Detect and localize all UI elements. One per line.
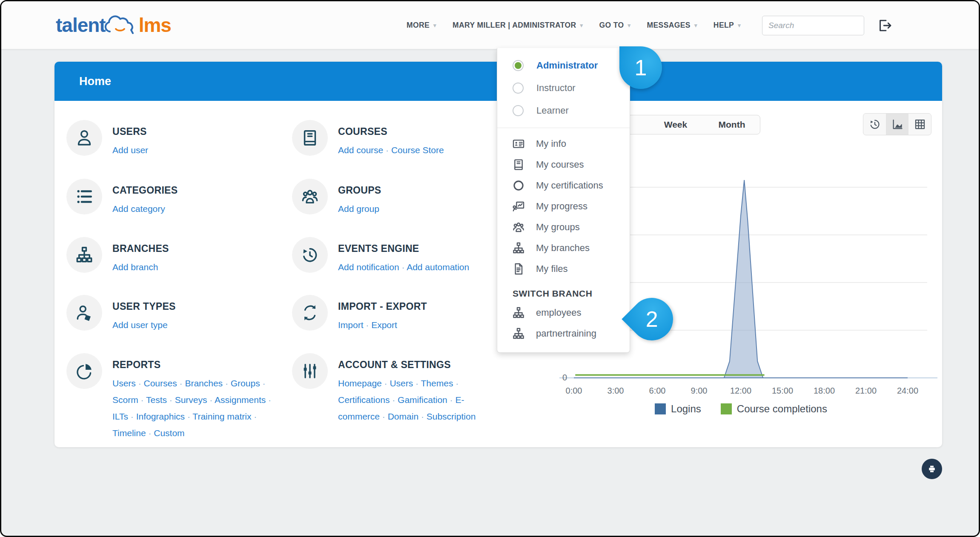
link-separator: · <box>260 378 266 388</box>
tile-link-scorm[interactable]: Scorm <box>112 395 138 405</box>
link-separator: · <box>138 395 146 405</box>
tile-link-import[interactable]: Import <box>338 320 364 330</box>
tile-link-add-course[interactable]: Add course <box>338 145 383 155</box>
talentlms-logo[interactable]: talent lms <box>56 11 171 39</box>
history-icon <box>868 118 881 131</box>
branches-icon <box>512 241 525 255</box>
courses-icon <box>300 128 320 148</box>
tile-links: Homepage · Users · Themes · Certificatio… <box>338 375 493 425</box>
tile-link-add-group[interactable]: Add group <box>338 204 379 214</box>
tile-link-add-branch[interactable]: Add branch <box>112 262 158 272</box>
categories-icon[interactable] <box>66 179 102 214</box>
tile-import-export: IMPORT - EXPORTImport · Export <box>292 295 493 333</box>
table-icon[interactable] <box>908 114 931 135</box>
branches-icon[interactable] <box>66 237 102 273</box>
chevron-down-icon: ▾ <box>694 22 697 29</box>
range-tab-month[interactable]: Month <box>704 115 760 134</box>
users-icon[interactable] <box>66 120 102 156</box>
menu-item-my-info[interactable]: My info <box>497 133 630 154</box>
tile-link-gamification[interactable]: Gamification <box>398 395 447 405</box>
nav-item-label: HELP <box>714 21 734 30</box>
cloud-logo-icon <box>103 11 140 37</box>
tile-link-groups[interactable]: Groups <box>231 378 260 388</box>
nav-item-go-to[interactable]: GO TO▾ <box>599 21 631 30</box>
tile-link-surveys[interactable]: Surveys <box>175 395 207 405</box>
tile-link-add-user-type[interactable]: Add user type <box>112 320 168 330</box>
tile-link-courses[interactable]: Courses <box>144 378 177 388</box>
tile-link-custom[interactable]: Custom <box>154 428 184 438</box>
tile-link-users[interactable]: Users <box>112 378 136 388</box>
tile-link-tests[interactable]: Tests <box>146 395 167 405</box>
tile-link-timeline[interactable]: Timeline <box>112 428 146 438</box>
tile-link-add-notification[interactable]: Add notification <box>338 262 399 272</box>
link-separator: · <box>447 395 456 405</box>
tile-link-add-user[interactable]: Add user <box>112 145 148 155</box>
groups-icon[interactable] <box>292 179 328 214</box>
logout-icon[interactable] <box>876 17 892 34</box>
tile-link-users[interactable]: Users <box>390 378 413 388</box>
menu-item-partnertraining[interactable]: partnertraining <box>497 323 630 344</box>
link-separator: · <box>364 320 372 330</box>
tile-events-engine: EVENTS ENGINEAdd notification · Add auto… <box>292 237 493 275</box>
nav-item-mary-miller-administrator[interactable]: MARY MILLER | ADMINISTRATOR▾ <box>453 21 583 30</box>
menu-item-my-progress[interactable]: My progress <box>497 196 630 217</box>
tile-link-export[interactable]: Export <box>371 320 397 330</box>
tile-link-homepage[interactable]: Homepage <box>338 378 382 388</box>
menu-item-my-files[interactable]: My files <box>497 258 630 279</box>
nav-item-messages[interactable]: MESSAGES▾ <box>647 21 697 30</box>
print-icon[interactable] <box>922 459 942 479</box>
search-input[interactable] <box>762 16 864 35</box>
role-label: Instructor <box>536 83 576 94</box>
radio-selected-icon[interactable] <box>513 60 524 71</box>
settings-icon[interactable] <box>292 353 328 389</box>
tile-link-training-matrix[interactable]: Training matrix <box>192 411 251 421</box>
tile-links: Users · Courses · Branches · Groups · Sc… <box>112 375 272 441</box>
link-separator: · <box>146 428 154 438</box>
tile-link-add-automation[interactable]: Add automation <box>407 262 469 272</box>
tile-link-subscription[interactable]: Subscription <box>427 411 476 421</box>
menu-item-my-branches[interactable]: My branches <box>497 237 630 258</box>
tile-reports: REPORTSUsers · Courses · Branches · Grou… <box>66 353 272 441</box>
events-icon[interactable] <box>292 237 328 273</box>
tile-link-themes[interactable]: Themes <box>421 378 453 388</box>
nav-item-more[interactable]: MORE▾ <box>407 21 436 30</box>
tile-link-add-category[interactable]: Add category <box>112 204 165 214</box>
x-tick-label: 24:00 <box>897 386 918 395</box>
history-icon[interactable] <box>863 114 886 135</box>
branch-list: employeespartnertraining <box>497 301 630 344</box>
nav-item-help[interactable]: HELP▾ <box>714 21 741 30</box>
user-types-icon[interactable] <box>66 295 102 331</box>
tile-title: ACCOUNT & SETTINGS <box>338 359 493 371</box>
switch-branch-label: SWITCH BRANCH <box>497 288 630 301</box>
tile-link-ilts[interactable]: ILTs <box>112 411 128 421</box>
courses-icon[interactable] <box>292 120 328 156</box>
link-separator: · <box>223 378 231 388</box>
reports-icon[interactable] <box>66 353 102 389</box>
menu-item-my-courses[interactable]: My courses <box>497 154 630 175</box>
radio-icon[interactable] <box>513 83 524 94</box>
menu-item-employees[interactable]: employees <box>497 302 630 323</box>
tile-link-certifications[interactable]: Certifications <box>338 395 390 405</box>
link-separator: · <box>167 395 175 405</box>
role-option-learner[interactable]: Learner <box>497 99 630 122</box>
legend-label: Course completions <box>737 403 827 415</box>
callout-1: 1 <box>619 46 662 89</box>
role-option-administrator[interactable]: Administrator <box>497 54 630 77</box>
menu-item-my-certifications[interactable]: My certifications <box>497 175 630 196</box>
menu-item-my-groups[interactable]: My groups <box>497 217 630 237</box>
tile-link-infographics[interactable]: Infographics <box>136 411 185 421</box>
tile-link-course-store[interactable]: Course Store <box>391 145 444 155</box>
menu-item-label: My progress <box>536 201 587 212</box>
id-card-icon <box>512 137 525 151</box>
tile-link-branches[interactable]: Branches <box>185 378 223 388</box>
tile-link-domain[interactable]: Domain <box>388 411 418 421</box>
tile-links: Add group <box>338 200 493 217</box>
tile-link-assignments[interactable]: Assignments <box>215 395 266 405</box>
range-tab-week[interactable]: Week <box>648 115 704 134</box>
link-separator: · <box>413 378 421 388</box>
area-chart-icon[interactable] <box>886 114 908 135</box>
role-option-instructor[interactable]: Instructor <box>497 77 630 99</box>
tile-links: Add notification · Add automation <box>338 259 493 275</box>
radio-icon[interactable] <box>513 105 524 116</box>
import-export-icon[interactable] <box>292 295 328 331</box>
